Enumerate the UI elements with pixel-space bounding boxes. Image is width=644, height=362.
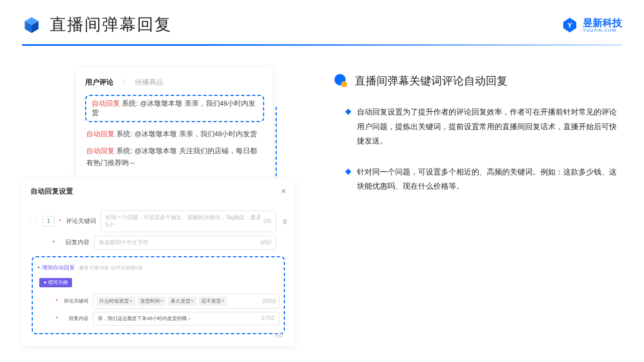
tab-pending-products[interactable]: 待播商品 xyxy=(135,77,163,87)
section-title: 直播间弹幕关键词评论自动回复 xyxy=(355,74,508,88)
content-placeholder: 每条限50个中文字符 xyxy=(99,239,148,246)
keyword-placeholder: 对同一个问题，可设置多个相近、高频的关键词，Tag确定，最多5个 xyxy=(105,214,264,229)
settings-title: 自动回复设置 xyxy=(31,186,73,196)
keyword-label: 评论关键词 xyxy=(64,217,96,225)
bullet-item: 针对同一个问题，可设置多个相近的、高频的关键词。例如：这款多少钱、这块能优惠吗、… xyxy=(346,165,622,194)
ex-keyword-label: 评论关键词 xyxy=(61,298,88,305)
tag: 发货时间× xyxy=(138,297,166,306)
content-count: 0/50 xyxy=(261,239,271,245)
bullet-text: 针对同一个问题，可设置多个相近的、高频的关键词。例如：这款多少钱、这块能优惠吗、… xyxy=(357,165,622,194)
svg-text:Y: Y xyxy=(568,21,573,29)
brand-icon: Y xyxy=(561,16,579,34)
svg-point-5 xyxy=(341,81,347,87)
highlighted-comment: 自动回复 系统: @冰墩墩本墩 亲亲，我们48小时内发货 xyxy=(85,95,264,122)
brand-logo: Y 昱新科技 YUUXIN.COM xyxy=(561,16,622,34)
example-badge: ● 填写示例 xyxy=(39,278,72,287)
ex-content-input[interactable]: 亲，我们这边都是下单48小时内发货的哦～ 37/50 xyxy=(93,312,279,325)
ex-keyword-input[interactable]: 什么时候发货× 发货时间× 多久发货× 迟不发货× 20/50 xyxy=(93,294,279,309)
brand-domain: YUUXIN.COM xyxy=(583,28,622,33)
auto-reply-tag: 自动回复 xyxy=(92,100,120,107)
example-box: + 增加自动回复 最多可建10条 还可以创建9条 ● 填写示例 * 评论关键词 … xyxy=(32,256,285,334)
delete-icon[interactable]: 🗑 xyxy=(281,218,289,225)
tag: 迟不发货× xyxy=(199,297,227,306)
ex-content-label: 回复内容 xyxy=(61,315,88,322)
page-title: 直播间弹幕回复 xyxy=(50,14,172,36)
content-input[interactable]: 每条限50个中文字符 0/50 xyxy=(94,236,276,250)
tab-user-comments[interactable]: 用户评论 xyxy=(85,77,114,87)
keyword-input[interactable]: 对同一个问题，可设置多个相近、高频的关键词，Tag确定，最多5个 0/5 xyxy=(100,210,276,232)
diamond-icon xyxy=(345,108,351,114)
tag: 什么时候发货× xyxy=(97,297,135,306)
keyword-count: 0/5 xyxy=(264,218,271,224)
section-icon xyxy=(333,73,348,88)
auto-reply-tag: 自动回复 xyxy=(86,130,115,138)
diamond-icon xyxy=(345,168,351,174)
tag: 多久发货× xyxy=(168,297,196,306)
settings-card: 自动回复设置 × ⋮⋮ 1 * 评论关键词 对同一个问题，可设置多个相近、高频的… xyxy=(22,179,295,346)
content-label: 回复内容 xyxy=(58,238,90,246)
comment-text: 系统: @冰墩墩本墩 亲亲，我们48小时内发货 xyxy=(115,130,258,138)
add-auto-reply-link[interactable]: + 增加自动回复 xyxy=(37,264,75,270)
comments-card: 用户评论 | 待播商品 自动回复 系统: @冰墩墩本墩 亲亲，我们48小时内发货… xyxy=(76,68,273,183)
required-marker: * xyxy=(56,315,58,322)
close-icon[interactable]: × xyxy=(281,186,286,196)
required-marker: * xyxy=(59,218,61,225)
add-hint: 最多可建10条 还可以创建9条 xyxy=(79,265,143,270)
bullet-text: 自动回复设置为了提升作者的评论回复效率，作者可在开播前针对常见的评论用户问题，提… xyxy=(357,105,622,148)
bottom-count: /50 xyxy=(275,333,283,339)
ex-keyword-count: 20/50 xyxy=(262,298,276,304)
row-number: 1 xyxy=(43,216,55,227)
bullet-item: 自动回复设置为了提升作者的评论回复效率，作者可在开播前针对常见的评论用户问题，提… xyxy=(346,105,622,148)
comment-row: 自动回复 系统: @冰墩墩本墩 关注我们的店铺，每日都有热门推荐哟～ xyxy=(86,146,263,169)
drag-handle-icon[interactable]: ⋮⋮ xyxy=(27,218,38,224)
auto-reply-tag: 自动回复 xyxy=(86,147,115,155)
ex-content-count: 37/50 xyxy=(261,315,275,322)
comment-row: 自动回复 系统: @冰墩墩本墩 亲亲，我们48小时内发货 xyxy=(86,129,263,140)
required-marker: * xyxy=(52,239,55,246)
tab-separator: | xyxy=(123,77,125,87)
ex-content-value: 亲，我们这边都是下单48小时内发货的哦～ xyxy=(98,315,192,322)
brand-name: 昱新科技 xyxy=(583,18,622,28)
cube-logo-icon xyxy=(22,15,41,35)
required-marker: * xyxy=(56,298,58,304)
